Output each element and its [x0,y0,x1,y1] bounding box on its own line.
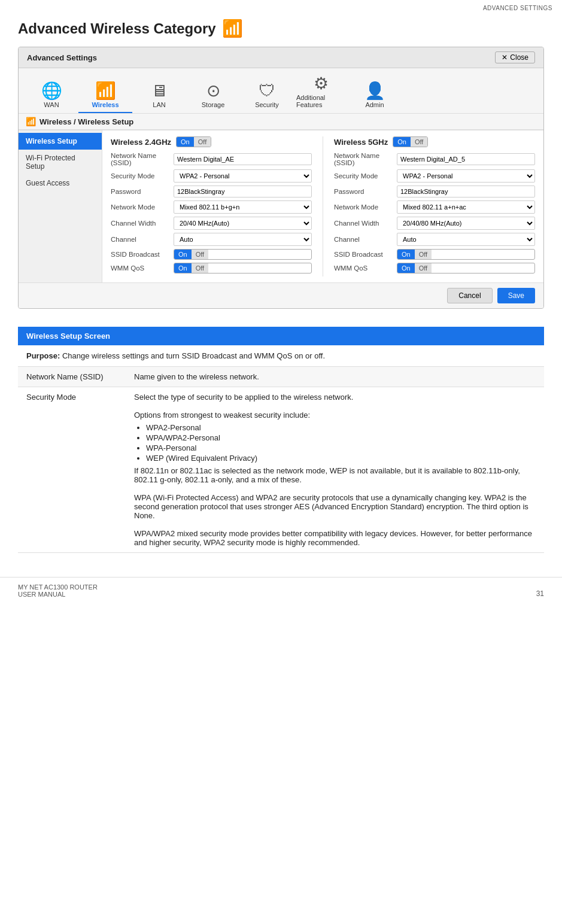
security-desc-note3: WPA/WPA2 mixed security mode provides be… [134,529,536,547]
field-5-wmm-qos: WMM QoS On Off [334,263,535,273]
band-5-toggle[interactable]: On Off [393,136,428,147]
breadcrumb-text: Wireless / Wireless Setup [40,117,133,126]
toggle-24-wmm[interactable]: On Off [174,263,312,273]
field-5-network-mode: Network Mode Mixed 802.11 a+n+ac [334,200,535,214]
list-item: WPA/WPA2-Personal [146,433,536,442]
field-name-ssid: Network Name (SSID) [18,367,126,387]
nav-item-wan[interactable]: 🌐 WAN [25,80,78,113]
list-item: WEP (Wired Equivalent Privacy) [146,454,536,463]
nav-item-additional[interactable]: ⚙ Additional Features [294,73,348,113]
security-desc-intro: Select the type of security to be applie… [134,393,536,402]
footer-product-info: MY NET AC1300 ROUTER USER MANUAL [18,583,98,598]
select-24-channel[interactable]: Auto [174,233,312,246]
field-24-ssid-broadcast: SSID Broadcast On Off [111,249,312,260]
nav-label-storage: Storage [202,101,225,108]
purpose-row: Purpose: Change wireless settings and tu… [18,345,544,367]
band-24ghz-column: Wireless 2.4GHz On Off Network Name (SSI… [111,136,312,276]
toggle-5-wmm[interactable]: On Off [397,263,535,273]
toggle-5-ssid-off[interactable]: Off [415,250,432,259]
security-options-list: WPA2-Personal WPA/WPA2-Personal WPA-Pers… [146,423,536,463]
band-24-header: Wireless 2.4GHz On Off [111,136,312,147]
modal-inner: Wireless Setup Wi-Fi Protected Setup Gue… [19,130,543,282]
security-icon: 🛡 [259,83,275,99]
sidebar-item-guest-access[interactable]: Guest Access [19,175,102,192]
field-5-ssid: Network Name (SSID) [334,152,535,166]
close-button[interactable]: ✕ Close [495,51,535,63]
field-5-ssid-broadcast: SSID Broadcast On Off [334,249,535,260]
band-24-toggle-on[interactable]: On [177,137,194,147]
security-desc-note2: WPA (Wi-Fi Protected Access) and WPA2 ar… [134,493,536,520]
page-title: Advanced Wireless Category 📶 [18,19,544,38]
toggle-24-ssid-broadcast[interactable]: On Off [174,249,312,260]
band-5-title: Wireless 5GHz [334,138,388,147]
field-name-security: Security Mode [18,387,126,553]
purpose-text: Change wireless settings and turn SSID B… [62,351,325,360]
toggle-5-wmm-on[interactable]: On [397,263,415,273]
nav-label-admin: Admin [365,101,384,108]
sidebar-item-wireless-setup[interactable]: Wireless Setup [19,133,102,150]
column-divider [323,136,323,276]
product-name: MY NET AC1300 ROUTER [18,583,98,591]
toggle-5-wmm-off[interactable]: Off [415,263,432,273]
modal-footer: Cancel Save [19,282,543,308]
field-5-password: Password [334,186,535,197]
nav-label-wan: WAN [44,101,59,108]
select-5-channel[interactable]: Auto [397,233,535,246]
list-item: WPA-Personal [146,443,536,452]
band-5-toggle-off[interactable]: Off [411,137,427,147]
save-button[interactable]: Save [497,288,535,303]
close-label: Close [510,53,528,62]
modal-title: Advanced Settings [27,53,97,62]
nav-label-lan: LAN [153,101,165,108]
select-24-channel-width[interactable]: 20/40 MHz(Auto) [174,217,312,230]
band-5-toggle-on[interactable]: On [393,137,411,147]
toggle-24-ssid-on[interactable]: On [174,250,192,259]
purpose-label: Purpose: [26,351,60,360]
input-5-ssid[interactable] [397,153,535,165]
storage-icon: ⊙ [206,83,220,99]
field-5-security: Security Mode WPA2 - Personal [334,169,535,183]
lan-icon: 🖥 [151,83,168,99]
field-24-ssid: Network Name (SSID) [111,152,312,166]
wireless-icon: 📶 [95,83,116,99]
input-5-password[interactable] [397,186,535,197]
select-5-network-mode[interactable]: Mixed 802.11 a+n+ac [397,200,535,214]
right-content: Wireless 2.4GHz On Off Network Name (SSI… [102,130,543,282]
additional-icon: ⚙ [314,75,329,92]
close-x-icon: ✕ [502,53,508,62]
select-5-security[interactable]: WPA2 - Personal [397,169,535,183]
band-5ghz-column: Wireless 5GHz On Off Network Name (SSID) [334,136,535,276]
nav-icons-row: 🌐 WAN 📶 Wireless 🖥 LAN ⊙ Storage 🛡 Secur… [19,68,543,113]
chapter-title: ADVANCED SETTINGS [483,5,552,11]
field-desc-ssid: Name given to the wireless network. [126,367,544,387]
table-row: Security Mode Select the type of securit… [18,387,544,553]
list-item: WPA2-Personal [146,423,536,432]
nav-item-security[interactable]: 🛡 Security [240,80,294,113]
nav-item-admin[interactable]: 👤 Admin [348,80,402,113]
nav-item-lan[interactable]: 🖥 LAN [132,80,186,113]
toggle-5-ssid-on[interactable]: On [397,250,415,259]
nav-item-wireless[interactable]: 📶 Wireless [78,80,132,113]
toggle-24-wmm-on[interactable]: On [174,263,192,273]
band-24-title: Wireless 2.4GHz [111,138,171,147]
field-24-wmm-qos: WMM QoS On Off [111,263,312,273]
select-24-network-mode[interactable]: Mixed 802.11 b+g+n [174,200,312,214]
toggle-24-wmm-off[interactable]: Off [192,263,208,273]
breadcrumb: 📶 Wireless / Wireless Setup [19,113,543,130]
input-24-ssid[interactable] [174,153,312,165]
manual-label: USER MANUAL [18,591,98,598]
toggle-24-ssid-off[interactable]: Off [192,250,208,259]
select-5-channel-width[interactable]: 20/40/80 MHz(Auto) [397,217,535,230]
advanced-settings-modal: Advanced Settings ✕ Close 🌐 WAN 📶 Wirele… [18,47,544,309]
toggle-5-ssid-broadcast[interactable]: On Off [397,249,535,260]
sidebar-item-wps[interactable]: Wi-Fi Protected Setup [19,150,102,175]
admin-icon: 👤 [364,83,385,99]
select-24-security[interactable]: WPA2 - Personal [174,169,312,183]
cancel-button[interactable]: Cancel [447,288,492,303]
band-24-toggle[interactable]: On Off [176,136,211,147]
nav-label-wireless: Wireless [92,101,119,108]
nav-item-storage[interactable]: ⊙ Storage [186,80,240,113]
input-24-password[interactable] [174,186,312,197]
field-5-channel: Channel Auto [334,233,535,246]
band-24-toggle-off[interactable]: Off [194,137,211,147]
